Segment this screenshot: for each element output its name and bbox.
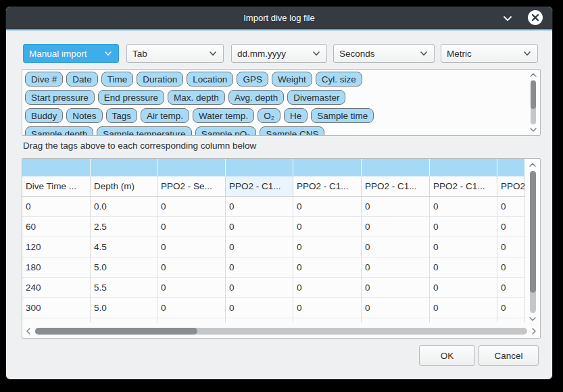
draggable-tag[interactable]: Water temp. bbox=[193, 108, 254, 123]
column-drop-target[interactable] bbox=[430, 159, 497, 176]
column-drop-target[interactable] bbox=[157, 159, 226, 176]
draggable-tag[interactable]: Tags bbox=[106, 108, 138, 123]
tag-panel-scrollbar[interactable] bbox=[528, 71, 539, 134]
tag-row: Start pressureEnd pressureMax. depthAvg.… bbox=[25, 90, 518, 105]
draggable-tag[interactable]: Buddy bbox=[25, 108, 63, 123]
table-row-partial bbox=[22, 318, 525, 322]
table-horizontal-scrollbar[interactable] bbox=[24, 326, 539, 337]
chevron-down-icon bbox=[522, 49, 532, 58]
table-cell: 0 bbox=[226, 298, 293, 318]
units-system-value: Metric bbox=[447, 49, 522, 59]
table-cell: 0 bbox=[430, 197, 497, 217]
tag-row: Sample depthSample temperatureSample pO₂… bbox=[25, 126, 518, 136]
table-cell: 0.0 bbox=[91, 197, 157, 217]
draggable-tag[interactable]: Notes bbox=[66, 108, 102, 123]
scroll-down-icon[interactable] bbox=[527, 314, 539, 324]
column-header[interactable]: Depth (m) bbox=[91, 176, 157, 197]
tag-list-panel: Dive #DateTimeDurationLocationGPSWeightC… bbox=[22, 69, 541, 136]
table-cell: 2.5 bbox=[91, 217, 157, 237]
draggable-tag[interactable]: GPS bbox=[237, 72, 268, 87]
draggable-tag[interactable]: Start pressure bbox=[25, 90, 95, 105]
table-cell: 0 bbox=[497, 258, 525, 278]
scrollbar-track[interactable] bbox=[35, 328, 527, 335]
column-header[interactable]: PPO2 - Se... bbox=[157, 176, 226, 197]
draggable-tag[interactable]: Sample temperature bbox=[97, 126, 191, 136]
cancel-button[interactable]: Cancel bbox=[479, 345, 539, 366]
table-cell: 4.5 bbox=[91, 237, 157, 258]
scrollbar-thumb[interactable] bbox=[35, 328, 197, 335]
date-format-dropdown[interactable]: dd.mm.yyyy bbox=[231, 44, 327, 63]
scrollbar-thumb[interactable] bbox=[530, 171, 536, 293]
drop-target-row bbox=[22, 159, 525, 176]
draggable-tag[interactable]: Duration bbox=[137, 72, 183, 87]
draggable-tag[interactable]: End pressure bbox=[98, 90, 164, 105]
table-vertical-scrollbar[interactable] bbox=[527, 160, 539, 324]
column-header[interactable]: PPO2 - C1... bbox=[362, 176, 430, 197]
column-header[interactable]: PPO2 - C1... bbox=[430, 176, 497, 197]
titlebar-chevron-down-icon[interactable] bbox=[502, 13, 513, 24]
scrollbar-thumb[interactable] bbox=[531, 80, 536, 109]
draggable-tag[interactable]: Cyl. size bbox=[316, 72, 362, 87]
close-button[interactable] bbox=[528, 10, 543, 25]
draggable-tag[interactable]: Time bbox=[101, 72, 134, 87]
column-drop-target[interactable] bbox=[362, 159, 430, 176]
draggable-tag[interactable]: Location bbox=[187, 72, 233, 87]
duration-format-dropdown[interactable]: Seconds bbox=[333, 44, 435, 63]
scroll-right-icon[interactable] bbox=[529, 326, 539, 337]
column-drop-target[interactable] bbox=[293, 159, 362, 176]
table-cell: 0 bbox=[226, 217, 293, 237]
scroll-left-icon[interactable] bbox=[24, 326, 33, 337]
table-header-row: Dive Time ...Depth (m)PPO2 - Se...PPO2 -… bbox=[22, 176, 525, 197]
units-system-dropdown[interactable]: Metric bbox=[441, 44, 538, 63]
draggable-tag[interactable]: Date bbox=[66, 72, 98, 87]
table-cell: 5.0 bbox=[91, 298, 157, 318]
column-header[interactable]: PPO2 - C1... bbox=[293, 176, 362, 197]
chevron-down-icon bbox=[208, 49, 218, 58]
draggable-tag[interactable]: Max. depth bbox=[168, 90, 225, 105]
table-cell: 0 bbox=[362, 258, 430, 278]
table-cell: 0 bbox=[293, 278, 362, 298]
table-cell: 0 bbox=[293, 197, 362, 217]
column-header[interactable]: PPO2 - C1... bbox=[226, 176, 293, 197]
tag-rows: Dive #DateTimeDurationLocationGPSWeightC… bbox=[25, 72, 518, 136]
column-drop-target[interactable] bbox=[22, 159, 91, 176]
tag-row: BuddyNotesTagsAir temp.Water temp.O₂HeSa… bbox=[25, 108, 518, 123]
import-source-dropdown[interactable]: Manual import bbox=[23, 44, 119, 63]
draggable-tag[interactable]: Weight bbox=[272, 72, 312, 87]
column-drop-target[interactable] bbox=[91, 159, 157, 176]
scroll-down-icon[interactable] bbox=[528, 126, 539, 134]
table-cell: 0 bbox=[362, 217, 430, 237]
ok-button[interactable]: OK bbox=[419, 345, 475, 366]
draggable-tag[interactable]: He bbox=[284, 108, 308, 123]
table-cell bbox=[293, 318, 362, 322]
scroll-up-icon[interactable] bbox=[528, 71, 539, 79]
column-drop-target[interactable] bbox=[226, 159, 293, 176]
table-cell: 0 bbox=[497, 298, 525, 318]
column-drop-target[interactable] bbox=[497, 159, 525, 176]
table-cell: 180 bbox=[22, 258, 91, 278]
draggable-tag[interactable]: Avg. depth bbox=[228, 90, 284, 105]
table-cell: 0 bbox=[430, 217, 497, 237]
draggable-tag[interactable]: Sample time bbox=[311, 108, 374, 123]
draggable-tag[interactable]: Dive # bbox=[25, 72, 63, 87]
draggable-tag[interactable]: O₂ bbox=[258, 108, 280, 123]
window-title: Import dive log file bbox=[243, 13, 315, 23]
column-header[interactable]: PPO2 bbox=[497, 176, 525, 197]
table-cell: 0 bbox=[293, 258, 362, 278]
table-cell: 0 bbox=[293, 298, 362, 318]
draggable-tag[interactable]: Sample depth bbox=[25, 126, 93, 136]
drag-instruction-label: Drag the tags above to each correspondin… bbox=[23, 141, 256, 151]
table-cell bbox=[22, 318, 91, 322]
draggable-tag[interactable]: Air temp. bbox=[141, 108, 189, 123]
field-separator-dropdown[interactable]: Tab bbox=[126, 44, 224, 63]
draggable-tag[interactable]: Sample CNS bbox=[260, 126, 324, 136]
column-header[interactable]: Dive Time ... bbox=[22, 176, 91, 197]
table-cell: 0 bbox=[497, 237, 525, 258]
scroll-up-icon[interactable] bbox=[527, 160, 539, 170]
table-cell: 0 bbox=[157, 197, 226, 217]
draggable-tag[interactable]: Divemaster bbox=[287, 90, 345, 105]
draggable-tag[interactable]: Sample pO₂ bbox=[195, 126, 257, 136]
table-cell: 300 bbox=[22, 298, 91, 318]
table-cell bbox=[497, 318, 525, 322]
table-cell: 0 bbox=[362, 298, 430, 318]
